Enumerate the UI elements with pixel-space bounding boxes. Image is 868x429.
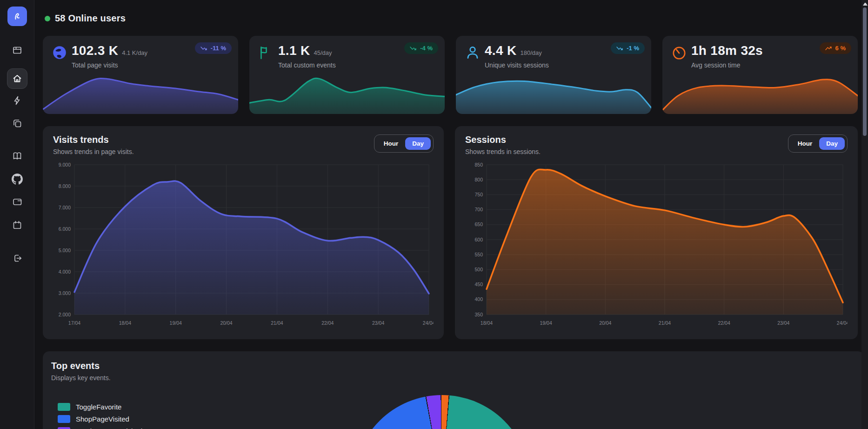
svg-text:400: 400 xyxy=(474,296,483,302)
online-users-label: 58 Online users xyxy=(55,13,126,24)
card-value: 4.4 K xyxy=(485,43,516,58)
legend-color-chip xyxy=(58,415,70,423)
sidebar-item-home[interactable] xyxy=(7,68,27,89)
flag-icon xyxy=(258,44,274,61)
svg-text:9.000: 9.000 xyxy=(59,162,71,168)
visits-trends-panel: Visits trends Shows trends in page visit… xyxy=(43,126,444,339)
logout-icon[interactable] xyxy=(12,253,23,264)
svg-text:3.000: 3.000 xyxy=(59,290,71,296)
main-content: 58 Online users 102.3 K 4.1 K/day Total … xyxy=(34,13,868,429)
svg-text:19/04: 19/04 xyxy=(170,320,182,326)
legend-item[interactable]: PurchasePageVisited xyxy=(58,427,179,429)
trend-badge: -11 % xyxy=(195,42,232,54)
trend-badge: -4 % xyxy=(404,42,438,54)
svg-text:750: 750 xyxy=(474,192,483,197)
stat-cards-row: 102.3 K 4.1 K/day Total page visits -11 … xyxy=(43,36,864,114)
book-icon[interactable] xyxy=(12,150,23,161)
sessions-panel: Sessions Shows trends in sessions. Hour … xyxy=(455,126,858,339)
toggle-day-button[interactable]: Day xyxy=(405,137,431,150)
sessions-sparkline xyxy=(456,69,651,114)
svg-text:4.000: 4.000 xyxy=(59,269,71,275)
legend-label: ToggleFavorite xyxy=(76,403,121,411)
panel-title: Top events xyxy=(51,361,856,371)
card-label: Total page visits xyxy=(72,61,147,69)
github-icon[interactable] xyxy=(12,174,23,185)
svg-text:8.000: 8.000 xyxy=(59,183,71,189)
svg-text:2.000: 2.000 xyxy=(59,312,71,317)
top-events-panel: Top events Displays key events. ToggleFa… xyxy=(43,351,864,429)
legend-label: ShopPageVisited xyxy=(76,415,129,423)
legend-color-chip xyxy=(58,427,70,429)
wallet-icon[interactable] xyxy=(12,196,23,207)
svg-text:650: 650 xyxy=(474,221,483,227)
legend-item[interactable]: ShopPageVisited xyxy=(58,415,179,423)
svg-text:24/04: 24/04 xyxy=(423,320,434,326)
visits-interval-toggle: Hour Day xyxy=(374,134,434,153)
trend-badge: -1 % xyxy=(611,42,645,54)
svg-text:20/04: 20/04 xyxy=(220,320,232,326)
card-value: 102.3 K xyxy=(72,43,118,58)
card-rate: 45/day xyxy=(314,49,332,56)
svg-text:23/04: 23/04 xyxy=(372,320,384,326)
toggle-hour-button[interactable]: Hour xyxy=(377,137,406,150)
sessions-area-chart: 85080075070065060055050045040035018/0419… xyxy=(465,157,848,328)
app-logo[interactable] xyxy=(7,7,27,26)
online-users-header: 58 Online users xyxy=(45,13,864,24)
svg-text:22/04: 22/04 xyxy=(321,320,334,326)
card-value: 1h 18m 32s xyxy=(691,43,763,58)
card-label: Unique visits sessions xyxy=(485,61,549,69)
card-rate: 4.1 K/day xyxy=(122,49,147,56)
svg-text:18/04: 18/04 xyxy=(481,320,493,326)
svg-text:350: 350 xyxy=(474,312,483,317)
panel-subtitle: Shows trends in page visits. xyxy=(53,148,134,155)
svg-text:6.000: 6.000 xyxy=(59,226,71,232)
svg-text:550: 550 xyxy=(474,252,483,257)
toggle-day-button[interactable]: Day xyxy=(819,137,845,150)
trend-down-icon xyxy=(616,46,623,51)
online-status-dot xyxy=(45,16,50,21)
svg-text:850: 850 xyxy=(474,162,483,168)
trend-up-icon xyxy=(825,46,832,51)
globe-icon xyxy=(51,44,68,61)
svg-text:700: 700 xyxy=(474,207,483,212)
toggle-hour-button[interactable]: Hour xyxy=(791,137,820,150)
svg-text:21/04: 21/04 xyxy=(659,320,671,326)
svg-text:19/04: 19/04 xyxy=(540,320,552,326)
custom-events-sparkline xyxy=(249,69,445,114)
svg-text:22/04: 22/04 xyxy=(718,320,730,326)
panel-title: Visits trends xyxy=(53,134,134,145)
logo-icon xyxy=(12,11,23,22)
trend-down-icon xyxy=(410,46,417,51)
scrollbar-thumb[interactable] xyxy=(863,7,867,136)
sessions-interval-toggle: Hour Day xyxy=(788,134,848,153)
svg-text:7.000: 7.000 xyxy=(59,205,71,210)
lightning-icon[interactable] xyxy=(12,95,23,106)
svg-text:21/04: 21/04 xyxy=(271,320,283,326)
trend-panels-row: Visits trends Shows trends in page visit… xyxy=(43,126,864,339)
top-events-pie-chart xyxy=(354,395,530,429)
scrollbar-up-arrow[interactable] xyxy=(863,2,868,6)
card-label: Avg session time xyxy=(691,61,763,69)
svg-text:500: 500 xyxy=(474,267,483,272)
page-scrollbar[interactable] xyxy=(861,0,868,429)
svg-text:800: 800 xyxy=(474,177,483,182)
card-avg-session-time: 1h 18m 32s Avg session time 6 % xyxy=(662,36,858,114)
svg-text:5.000: 5.000 xyxy=(59,248,71,253)
svg-text:18/04: 18/04 xyxy=(119,320,131,326)
svg-text:20/04: 20/04 xyxy=(599,320,611,326)
card-unique-visits-sessions: 4.4 K 180/day Unique visits sessions -1 … xyxy=(456,36,651,114)
svg-text:450: 450 xyxy=(474,282,483,287)
timer-icon xyxy=(671,44,688,61)
copy-icon[interactable] xyxy=(12,118,23,129)
legend-item[interactable]: ToggleFavorite xyxy=(58,403,179,411)
svg-text:17/04: 17/04 xyxy=(68,320,80,326)
card-value: 1.1 K xyxy=(278,43,310,58)
calendar-icon[interactable] xyxy=(12,220,23,231)
page-visits-sparkline xyxy=(43,69,238,114)
window-icon[interactable] xyxy=(12,45,23,56)
card-total-page-visits: 102.3 K 4.1 K/day Total page visits -11 … xyxy=(43,36,238,114)
panel-title: Sessions xyxy=(465,134,541,145)
card-rate: 180/day xyxy=(520,49,541,56)
home-icon xyxy=(12,73,23,84)
trend-badge: 6 % xyxy=(820,42,851,54)
